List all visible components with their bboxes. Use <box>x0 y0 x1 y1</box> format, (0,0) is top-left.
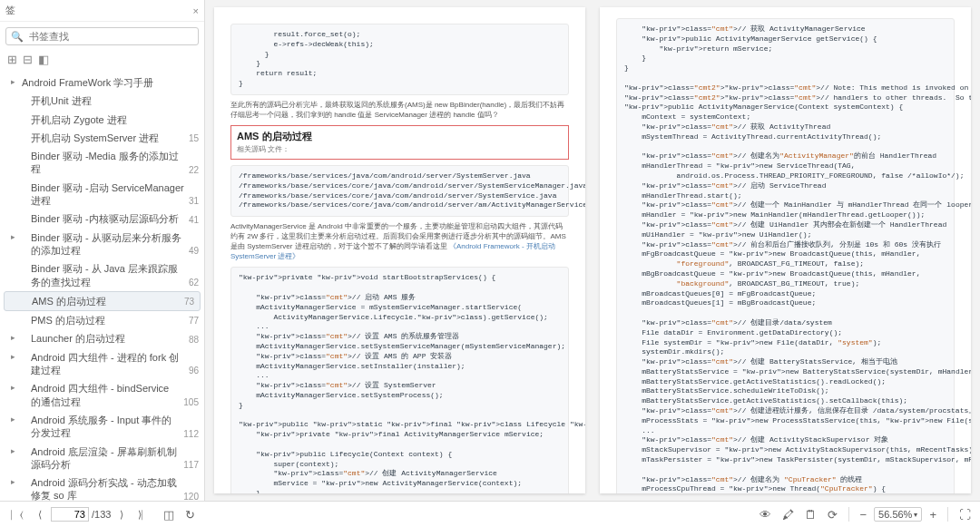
bookmark-item[interactable]: PMS 的启动过程77 <box>4 311 204 329</box>
bookmark-page: 62 <box>185 277 199 288</box>
bookmark-item[interactable]: ▸Android 系统服务 - Input 事件的分发过程112 <box>4 411 204 443</box>
code-main-left: "kw-priv">private "kw-priv">void startBo… <box>239 273 561 493</box>
bookmark-page: 22 <box>185 164 199 176</box>
bookmark-search[interactable]: 🔍 <box>5 27 199 45</box>
bookmark-label: Binder 驱动 -启动 ServiceManager 进程 <box>22 181 185 208</box>
bookmark-item[interactable]: 开机启动 SystemServer 进程15 <box>4 129 204 147</box>
zoom-select[interactable]: 56.56% ▾ <box>874 507 922 522</box>
bookmark-label: Android 系统服务 - Input 事件的分发过程 <box>22 414 180 440</box>
caret-icon[interactable]: ▸ <box>11 414 22 425</box>
zoom-in-button[interactable]: + <box>926 506 940 523</box>
panel-title: 签 <box>5 4 193 17</box>
bookmark-page: 15 <box>185 132 199 144</box>
caret-icon <box>11 113 22 114</box>
next-page-button[interactable]: ⟩ <box>114 507 129 522</box>
first-page-button[interactable]: ⎸⟨ <box>5 507 29 522</box>
bookmark-label: Binder 驱动 -Media 服务的添加过程 <box>22 150 185 176</box>
bookmark-item[interactable]: ▸Android 四大组件 - bindService 的通信过程105 <box>4 379 204 411</box>
bookmark-ribbon-button[interactable]: ◧ <box>38 53 49 66</box>
bookmark-item[interactable]: ▸Android 源码分析实战 - 动态加载修复 so 库120 <box>4 473 204 501</box>
search-input[interactable] <box>27 30 193 43</box>
bookmark-tree: ▸Android FrameWork 学习手册开机Unit 进程开机启动 Zyg… <box>0 72 204 501</box>
bookmark-label: PMS 的启动过程 <box>22 314 185 327</box>
section-heading-box: AMS 的启动过程 相关源码 文件： <box>230 125 569 160</box>
code-snippet-top: result.force_set(o); e->refs->decWeak(th… <box>239 30 561 89</box>
view-mode-button[interactable]: 👁 <box>756 506 775 523</box>
page-left: result.force_set(o); e->refs->decWeak(th… <box>214 7 585 493</box>
caret-icon <box>12 295 23 296</box>
bookmark-label: 开机启动 SystemServer 进程 <box>22 132 185 144</box>
bookmark-page: 49 <box>185 245 199 257</box>
bookmark-page: 88 <box>185 334 199 346</box>
bookmarks-panel: 签 × 🔍 ⊞ ⊟ ◧ ▸Android FrameWork 学习手册开机Uni… <box>0 0 205 501</box>
caret-icon[interactable]: ▸ <box>11 76 22 88</box>
bookmark-item[interactable]: 开机启动 Zygote 进程 <box>4 111 204 129</box>
caret-icon[interactable]: ▸ <box>11 445 22 457</box>
page-layout-button[interactable]: ↻ <box>181 506 199 523</box>
bookmark-label: Android 四大组件 - 进程的 fork 创建过程 <box>22 351 185 377</box>
zoom-out-button[interactable]: − <box>857 506 871 523</box>
fullscreen-button[interactable]: ⛶ <box>956 506 975 523</box>
bookmark-item[interactable]: ▸Android 四大组件 - 进程的 fork 创建过程96 <box>4 348 204 380</box>
bookmark-page: 96 <box>185 365 199 376</box>
bookmark-page: 31 <box>185 195 199 207</box>
note-button[interactable]: 🗒 <box>801 506 820 523</box>
bottom-toolbar: ⎸⟨ ⟨ /133 ⟩ ⟩⎸ ◫ ↻ 👁 🖍 🗒 ⟳ − 56.56% ▾ + … <box>0 501 980 527</box>
bookmark-page: 41 <box>185 214 199 226</box>
last-page-button[interactable]: ⟩⎸ <box>132 507 156 522</box>
page-indicator: /133 <box>51 507 111 522</box>
bookmark-item[interactable]: 开机Unit 进程 <box>4 92 204 110</box>
caret-icon <box>11 262 22 263</box>
bookmark-item[interactable]: ▸Android FrameWork 学习手册 <box>4 73 204 92</box>
collapse-all-button[interactable]: ⊟ <box>23 53 33 66</box>
bookmark-item[interactable]: Binder 驱动 -启动 ServiceManager 进程31 <box>4 179 204 210</box>
bookmark-item[interactable]: Binder 驱动 -Media 服务的添加过程22 <box>4 147 204 179</box>
bookmark-item[interactable]: AMS 的启动过程73 <box>4 291 201 311</box>
bookmark-label: Android FrameWork 学习手册 <box>22 76 195 89</box>
caret-icon <box>11 150 22 151</box>
document-viewport: result.force_set(o); e->refs->decWeak(th… <box>205 0 980 501</box>
bookmark-label: Binder 驱动 - 从驱动层来分析服务的添加过程 <box>22 231 185 258</box>
bookmark-item[interactable]: Binder 驱动 - 从 Java 层来跟踪服务的查找过程62 <box>4 259 204 291</box>
bookmark-label: Android 四大组件 - bindService 的通信过程 <box>22 382 180 408</box>
page-input[interactable] <box>51 507 89 522</box>
bookmark-item[interactable]: Binder 驱动 -内核驱动层源码分析41 <box>4 210 204 228</box>
caret-icon[interactable]: ▸ <box>11 382 22 394</box>
paragraph: 至此所有的源码已分析完毕，最终获取返回的系统服务(AMS)是 new BpBin… <box>230 101 569 121</box>
highlight-button[interactable]: 🖍 <box>779 506 798 523</box>
chevron-down-icon: ▾ <box>914 511 917 519</box>
caret-icon <box>11 132 22 132</box>
rotate-button[interactable]: ⟳ <box>824 506 841 523</box>
caret-icon <box>11 94 22 95</box>
caret-icon[interactable]: ▸ <box>11 476 22 488</box>
bookmark-page: 77 <box>185 315 199 327</box>
bookmark-label: AMS 的启动过程 <box>23 295 181 307</box>
bookmark-label: Android 源码分析实战 - 动态加载修复 so 库 <box>22 476 180 501</box>
caret-icon[interactable]: ▸ <box>11 332 22 344</box>
thumbnails-button[interactable]: ◫ <box>160 506 178 523</box>
prev-page-button[interactable]: ⟨ <box>33 507 47 522</box>
search-icon: 🔍 <box>11 31 24 43</box>
caret-icon <box>11 314 22 315</box>
bookmark-label: Binder 驱动 -内核驱动层源码分析 <box>22 212 185 225</box>
bookmark-page: 73 <box>181 296 194 307</box>
caret-icon[interactable]: ▸ <box>11 351 22 363</box>
bookmark-item[interactable]: ▸Launcher 的启动过程88 <box>4 329 204 347</box>
bookmark-label: Android 底层渲染 - 屏幕刷新机制源码分析 <box>22 445 180 472</box>
bookmark-page: 105 <box>180 396 199 408</box>
zoom-value: 56.56% <box>878 509 912 520</box>
caret-icon[interactable]: ▸ <box>11 231 22 243</box>
bookmark-item[interactable]: ▸Android 底层渲染 - 屏幕刷新机制源码分析117 <box>4 443 204 474</box>
expand-all-button[interactable]: ⊞ <box>7 53 17 66</box>
section-heading: AMS 的启动过程 <box>237 130 563 143</box>
close-panel-button[interactable]: × <box>193 5 199 16</box>
caret-icon <box>11 212 22 213</box>
bookmark-label: Binder 驱动 - 从 Java 层来跟踪服务的查找过程 <box>22 262 185 288</box>
bookmark-item[interactable]: ▸Binder 驱动 - 从驱动层来分析服务的添加过程49 <box>4 229 204 260</box>
section-subheading: 相关源码 文件： <box>237 145 563 155</box>
bookmark-label: 开机启动 Zygote 进程 <box>22 113 195 126</box>
file-list: /frameworks/base/services/java/com/andro… <box>239 171 561 210</box>
page-right: "kw-priv">class="cmt">// 获取 ActivityMana… <box>600 7 971 493</box>
page-total: /133 <box>92 509 111 520</box>
bookmark-label: Launcher 的启动过程 <box>22 332 185 345</box>
